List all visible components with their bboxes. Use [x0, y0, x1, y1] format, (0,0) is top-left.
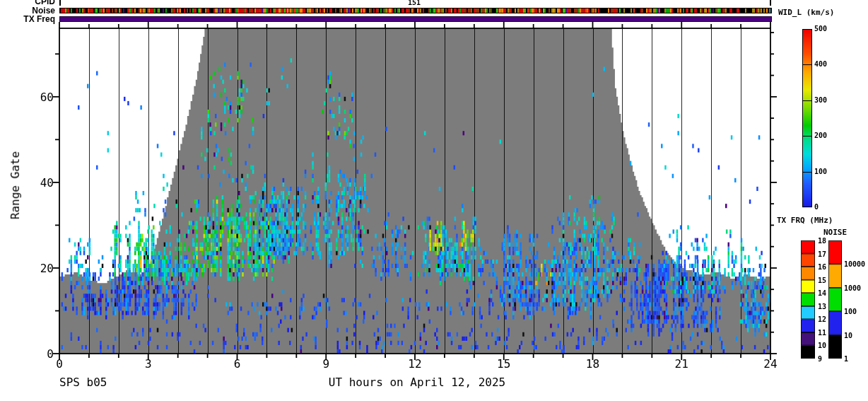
noise-colorbar-tick-label: 10000 [844, 260, 868, 268]
x-tick-label: 12 [401, 357, 429, 371]
noise-colorbar-title: NOISE [823, 228, 847, 237]
txfrq-colorbar-tick-label: 18 [818, 237, 836, 245]
x-axis-title: UT hours on April 12, 2025 [276, 376, 558, 389]
wid-colorbar-tick-label: 200 [814, 132, 845, 139]
wid-colorbar-tick-label: 0 [814, 203, 845, 211]
txfrq-colorbar-tick-label: 9 [818, 355, 836, 363]
radar-summary-plot: CPID Noise TX Freq 151 Range Gate SPS b0… [0, 0, 868, 401]
wid-colorbar-tick-label: 400 [814, 60, 845, 68]
txfrq-colorbar-tick-label: 12 [818, 315, 836, 323]
txfrq-colorbar-tick-label: 10 [818, 342, 836, 349]
txfrq-colorbar-tick-label: 15 [818, 277, 836, 284]
noise-colorbar-tick-label: 10 [844, 332, 868, 339]
txfrq-colorbar-tick-label: 16 [818, 263, 836, 271]
y-tick-label: 20 [24, 262, 54, 275]
y-tick-label: 60 [24, 91, 54, 104]
x-tick-label: 15 [490, 357, 518, 371]
wid-colorbar-title: WID_L (km/s) [778, 8, 834, 17]
txfrq-colorbar-tick-label: 17 [818, 250, 836, 258]
txfreq-strip-label: TX Freq [13, 14, 55, 24]
txfrq-colorbar-tick-label: 13 [818, 303, 836, 310]
txfrq-colorbar-tick-label: 11 [818, 329, 836, 337]
station-label: SPS b05 [59, 376, 107, 389]
txfrq-colorbar-title: TX FRQ (MHz) [777, 216, 833, 225]
summary-plot-canvas [0, 0, 868, 401]
x-tick-label: 6 [223, 357, 252, 371]
txfrq-colorbar-tick-label: 14 [818, 289, 836, 297]
x-tick-label: 21 [667, 357, 696, 371]
y-axis-title: Range Gate [8, 151, 22, 219]
y-tick-label: 0 [24, 347, 54, 361]
noise-colorbar-tick-label: 100 [844, 308, 868, 315]
wid-colorbar-tick-label: 100 [814, 168, 845, 175]
x-tick-label: 3 [134, 357, 163, 371]
wid-colorbar-tick-label: 500 [814, 25, 845, 33]
wid-colorbar-tick-label: 300 [814, 96, 845, 104]
y-tick-label: 40 [24, 176, 54, 190]
noise-colorbar-tick-label: 1000 [844, 284, 868, 292]
x-tick-label: 9 [312, 357, 340, 371]
cpid-value: 151 [400, 0, 428, 6]
noise-colorbar-tick-label: 1 [844, 355, 868, 363]
x-tick-label: 18 [579, 357, 607, 371]
x-tick-label: 24 [756, 357, 785, 371]
